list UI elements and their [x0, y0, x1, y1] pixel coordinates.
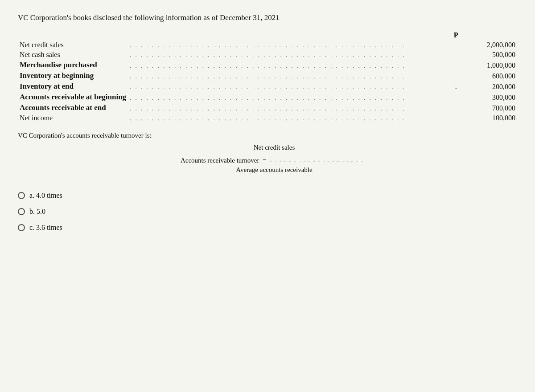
row-value: 600,000	[461, 70, 517, 81]
row-dots: . . . . . . . . . . . . . . . . . . . . …	[128, 92, 452, 102]
formula-numerator: Net credit sales	[254, 144, 295, 153]
row-label: Inventory at end	[18, 81, 128, 92]
table-row: Inventory at end. . . . . . . . . . . . …	[18, 81, 517, 92]
row-dots: . . . . . . . . . . . . . . . . . . . . …	[128, 70, 452, 81]
option-label-a: a. 4.0 times	[29, 192, 62, 200]
row-value: 1,000,000	[461, 60, 517, 70]
row-dots: . . . . . . . . . . . . . . . . . . . . …	[128, 50, 452, 60]
row-label: Merchandise purchased	[18, 60, 128, 70]
row-value: 300,000	[461, 92, 517, 102]
row-value: 700,000	[461, 102, 517, 113]
option-label-c: c. 3.6 times	[29, 224, 62, 232]
row-dots: . . . . . . . . . . . . . . . . . . . . …	[128, 81, 452, 92]
radio-b[interactable]	[18, 208, 25, 215]
table-row: Net credit sales. . . . . . . . . . . . …	[18, 40, 517, 50]
row-label: Net credit sales	[18, 40, 128, 50]
table-row: Accounts receivable at beginning. . . . …	[18, 92, 517, 102]
row-label: Net income	[18, 113, 128, 123]
option-label-b: b. 5.0	[29, 208, 45, 216]
row-label: Accounts receivable at beginning	[18, 92, 128, 102]
row-value: 2,000,000	[461, 40, 517, 50]
table-row: Net income. . . . . . . . . . . . . . . …	[18, 113, 517, 123]
row-label: Accounts receivable at end	[18, 102, 128, 113]
table-row: Accounts receivable at end. . . . . . . …	[18, 102, 517, 113]
formula-left-label: Accounts receivable turnover = - - - - -…	[181, 157, 363, 164]
row-value: 500,000	[461, 50, 517, 60]
formula-row: Accounts receivable turnover = - - - - -…	[181, 157, 368, 164]
formula-denominator: Average accounts receivable	[236, 164, 312, 174]
radio-c[interactable]	[18, 224, 25, 231]
row-value: 100,000	[461, 113, 517, 123]
radio-a[interactable]	[18, 192, 25, 199]
row-dots: . . . . . . . . . . . . . . . . . . . . …	[128, 113, 452, 123]
row-value: 200,000	[461, 81, 517, 92]
row-dots: . . . . . . . . . . . . . . . . . . . . …	[128, 60, 452, 70]
data-table: P Net credit sales. . . . . . . . . . . …	[18, 30, 517, 123]
table-row: Merchandise purchased. . . . . . . . . .…	[18, 60, 517, 70]
currency-header: P	[452, 30, 461, 40]
row-dots: . . . . . . . . . . . . . . . . . . . . …	[128, 40, 452, 50]
table-row: Inventory at beginning. . . . . . . . . …	[18, 70, 517, 81]
row-dots: . . . . . . . . . . . . . . . . . . . . …	[128, 102, 452, 113]
options-section: a. 4.0 timesb. 5.0c. 3.6 times	[18, 192, 517, 232]
option-a[interactable]: a. 4.0 times	[18, 192, 517, 200]
formula-box: Net credit sales Accounts receivable tur…	[31, 144, 517, 174]
row-label: Inventory at beginning	[18, 70, 128, 81]
option-c[interactable]: c. 3.6 times	[18, 224, 517, 232]
option-b[interactable]: b. 5.0	[18, 208, 517, 216]
table-row: Net cash sales. . . . . . . . . . . . . …	[18, 50, 517, 60]
row-label: Net cash sales	[18, 50, 128, 60]
page-title: VC Corporation's books disclosed the fol…	[18, 13, 517, 22]
formula-section: VC Corporation's accounts receivable tur…	[18, 132, 517, 174]
formula-intro: VC Corporation's accounts receivable tur…	[18, 132, 517, 139]
